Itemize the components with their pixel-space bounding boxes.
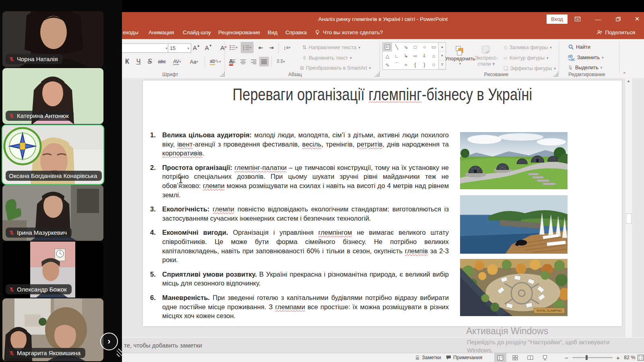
shape-fill-button[interactable]: ◇Заливка фигуры▾ bbox=[504, 44, 552, 50]
quick-styles-button[interactable]: Экспресс-стили ▾ bbox=[474, 42, 499, 69]
scroll-up-arrow[interactable]: ▲ bbox=[625, 79, 632, 83]
bold-button[interactable]: К bbox=[123, 57, 132, 66]
shapes-gallery-more[interactable]: ⊽ bbox=[439, 60, 446, 69]
shape-effects-button[interactable]: ❏Эффекты фигуры▾ bbox=[504, 65, 556, 71]
replace-button[interactable]: ab⤷ac Заменить▾ bbox=[568, 54, 603, 61]
shape-cell-left-brace[interactable]: { bbox=[411, 60, 420, 69]
shape-cell-arc[interactable]: ⌒ bbox=[392, 60, 401, 69]
shapes-scroll-down[interactable]: ▼ bbox=[439, 52, 446, 60]
sidebar-resize-handle[interactable] bbox=[117, 349, 123, 357]
bullets-button[interactable]: ▾ bbox=[228, 43, 239, 52]
decrease-indent-button[interactable]: ⇤ bbox=[256, 43, 266, 52]
next-participants-button[interactable]: › bbox=[100, 333, 118, 350]
restore-button[interactable] bbox=[611, 12, 625, 26]
tab-review[interactable]: Рецензирование bbox=[218, 29, 260, 35]
shape-cell-line[interactable]: ╲ bbox=[392, 43, 401, 52]
zoom-slider-thumb[interactable] bbox=[586, 355, 588, 360]
zoom-in-button[interactable]: + bbox=[616, 353, 620, 362]
zoom-out-button[interactable]: − bbox=[565, 353, 568, 362]
shape-outline-button[interactable]: ▱Контур фигуры▾ bbox=[504, 55, 549, 61]
shrink-font-button[interactable]: A▼ bbox=[203, 43, 214, 52]
close-button[interactable]: ✕ bbox=[630, 12, 644, 26]
ribbon-tabs-bar: еходы Анимация Слайд-шоу Рецензирование … bbox=[122, 27, 644, 39]
participant-tile[interactable]: Олександр Божок bbox=[2, 242, 103, 298]
shape-cell-pentagon[interactable]: ⌂ bbox=[429, 52, 438, 60]
reading-view-button[interactable] bbox=[524, 353, 536, 362]
columns-button[interactable]: ▾ bbox=[274, 57, 288, 66]
slide-body-list[interactable]: 1.Велика цільова аудиторія: молоді люди,… bbox=[150, 130, 449, 326]
fit-slide-to-window-button[interactable] bbox=[638, 355, 644, 361]
shape-cell-rectangle[interactable]: □ bbox=[411, 43, 420, 52]
drawing-dialog-launcher[interactable] bbox=[553, 72, 558, 77]
justify-button-active[interactable] bbox=[259, 57, 269, 66]
text-direction-button[interactable]: ⇅Направление текста▾ bbox=[302, 44, 360, 50]
shape-cell-arrow[interactable]: ⇘ bbox=[401, 43, 411, 52]
shape-cell-oval[interactable]: ○ bbox=[420, 43, 429, 52]
slide[interactable]: Переваги організації глемпінг-бізнесу в … bbox=[143, 81, 622, 326]
comments-toggle-button[interactable]: Примечания bbox=[446, 353, 482, 362]
sign-in-button[interactable]: Вход bbox=[547, 14, 568, 24]
share-button[interactable]: Поделиться bbox=[597, 29, 635, 35]
ribbon-display-options-icon[interactable] bbox=[571, 12, 584, 26]
notes-toggle-button[interactable]: Заметки bbox=[415, 353, 441, 362]
participant-tile[interactable]: Катерина Антонюк bbox=[2, 68, 103, 124]
slide-photo-aerial-glamping[interactable]: ROYAL GLAMPING bbox=[460, 259, 568, 316]
shape-cell-right-arrow[interactable]: ⇨ bbox=[411, 52, 420, 60]
tab-view[interactable]: Вид bbox=[268, 29, 277, 35]
shape-cell-star[interactable]: ☆ bbox=[429, 60, 438, 69]
zoom-slider-track[interactable] bbox=[572, 357, 613, 358]
highlight-color-button[interactable]: ab✎▾ bbox=[208, 57, 223, 66]
paragraph-dialog-launcher[interactable] bbox=[375, 72, 380, 77]
change-case-button[interactable]: Aa▾ bbox=[187, 57, 201, 66]
underline-button[interactable]: Ч bbox=[134, 57, 143, 66]
participant-tile[interactable]: Чорна Наталія bbox=[2, 11, 103, 67]
participant-tile[interactable]: Маргарита Яковишина bbox=[2, 298, 103, 361]
participant-tile-active-speaker[interactable]: Оксана Богданівна Конарівська bbox=[2, 125, 103, 184]
normal-view-button[interactable] bbox=[494, 353, 506, 362]
align-left-button[interactable] bbox=[228, 57, 237, 66]
shape-cell-right-brace[interactable]: } bbox=[420, 60, 429, 69]
line-spacing-button[interactable]: ↕≡▾ bbox=[281, 43, 293, 52]
shadow-button[interactable]: S bbox=[145, 57, 154, 66]
vertical-scrollbar[interactable]: ▲ bbox=[625, 78, 632, 337]
tab-slideshow[interactable]: Слайд-шоу bbox=[183, 29, 211, 35]
scrollbar-thumb[interactable] bbox=[626, 213, 632, 224]
slide-photo-domes[interactable] bbox=[460, 132, 568, 189]
shape-cell-curve[interactable]: ≈ bbox=[401, 60, 411, 69]
tell-me-box[interactable]: Что вы хотите сделать? bbox=[314, 29, 383, 35]
minimize-button[interactable]: — bbox=[591, 12, 605, 26]
slideshow-view-button[interactable] bbox=[539, 353, 551, 362]
shape-cell-textbox[interactable]: A bbox=[383, 43, 392, 52]
convert-smartart-button[interactable]: ⊞Преобразовать в SmartArt▾ bbox=[300, 65, 371, 71]
align-text-button[interactable]: ⇳Выровнять текст▾ bbox=[302, 55, 352, 61]
numbering-button-active[interactable]: 123▾ bbox=[241, 42, 254, 53]
align-right-button[interactable] bbox=[249, 57, 258, 66]
increase-indent-button[interactable]: ⇥ bbox=[266, 43, 276, 52]
shape-cell-rounded-rectangle[interactable]: ▭ bbox=[429, 43, 438, 52]
shape-cell-elbow[interactable]: ∟ bbox=[392, 52, 401, 60]
shape-cell-scribble[interactable]: ∿ bbox=[383, 60, 392, 69]
strikethrough-button[interactable]: abc bbox=[156, 57, 168, 66]
shapes-scroll-up[interactable]: ▲ bbox=[439, 43, 446, 52]
collapse-ribbon-chevron[interactable]: ⌃ bbox=[622, 71, 627, 77]
align-center-button[interactable] bbox=[238, 57, 248, 66]
slide-title[interactable]: Переваги організації глемпінг-бізнесу в … bbox=[143, 84, 622, 105]
tab-transitions[interactable]: еходы bbox=[123, 29, 138, 35]
arrange-button[interactable]: Упорядочить▾ bbox=[448, 42, 472, 69]
font-size-combo[interactable]: 15▾ bbox=[168, 43, 191, 53]
shape-cell-down-arrow[interactable]: ⇩ bbox=[420, 52, 429, 60]
shape-cell-elbow-arrow[interactable]: ↳ bbox=[401, 52, 411, 60]
participant-tile[interactable]: Ірина Мазуркевич bbox=[2, 185, 103, 241]
slide-sorter-view-button[interactable] bbox=[509, 353, 521, 362]
grow-font-button[interactable]: A▲ bbox=[191, 43, 202, 52]
shape-cell-triangle[interactable]: △ bbox=[383, 52, 392, 60]
font-dialog-launcher[interactable] bbox=[220, 72, 225, 77]
tab-animation[interactable]: Анимация bbox=[149, 29, 174, 35]
text-cursor bbox=[180, 177, 181, 183]
slide-photo-lake-deck[interactable] bbox=[460, 195, 568, 254]
character-spacing-button[interactable]: AV▾ bbox=[170, 57, 184, 66]
tab-help[interactable]: Справка bbox=[285, 29, 307, 35]
select-button[interactable]: Выделить▾ bbox=[568, 65, 602, 70]
zoom-level[interactable]: 82 % bbox=[624, 353, 636, 362]
find-button[interactable]: Найти bbox=[568, 44, 590, 50]
